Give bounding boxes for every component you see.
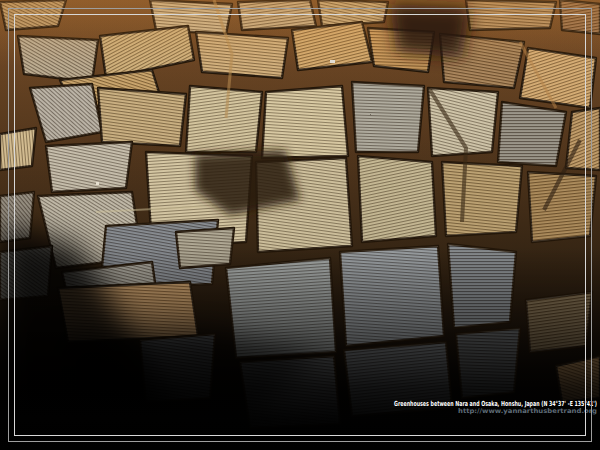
caption-url: http://www.yannarthusbertrand.org [458,407,597,415]
aerial-photo: Greenhouses between Nara and Osaka, Hons… [0,0,600,450]
desktop-wallpaper: Greenhouses between Nara and Osaka, Hons… [0,0,600,450]
bottom-vignette [0,0,600,450]
